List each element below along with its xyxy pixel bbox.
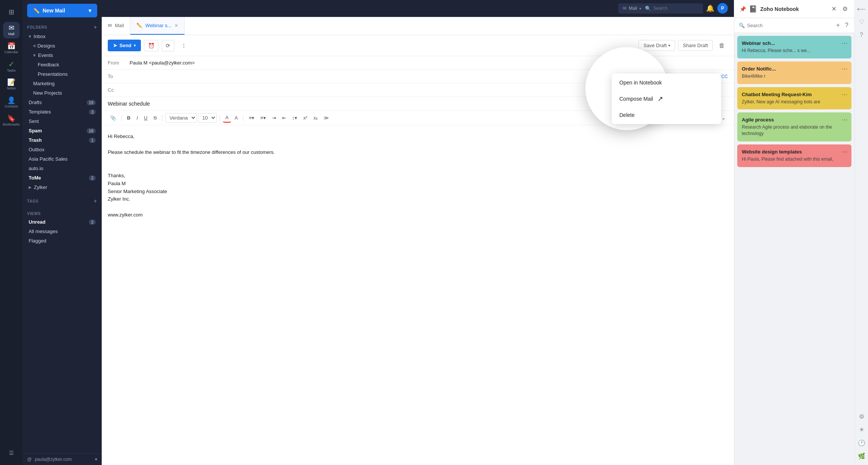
right-help-icon[interactable]: ? [858, 30, 865, 40]
heart-icon[interactable]: ♡ [857, 17, 866, 27]
sidebar-item-inbox[interactable]: ▾ Inbox [24, 32, 100, 41]
sidebar-item-calendar[interactable]: 📅 Calendar [3, 40, 20, 57]
email-body[interactable]: Hi Rebecca, Please schedule the webinar … [102, 125, 734, 465]
sidebar-item-all-messages[interactable]: All messages [24, 227, 100, 236]
events-collapse-icon: ▾ [33, 52, 36, 58]
sidebar-item-sent[interactable]: Sent [24, 117, 100, 126]
more-options-button[interactable]: ⋮ [177, 40, 190, 51]
tab-mail[interactable]: ✉ Mail [102, 17, 130, 35]
highlight-button[interactable]: A [232, 114, 240, 122]
indent-button[interactable]: ⇥ [270, 114, 278, 122]
font-color-button[interactable]: A [223, 113, 231, 123]
sidebar-item-tome[interactable]: ToMe 2 [24, 173, 100, 183]
notebook-search-bar[interactable]: 🔍 + ? [734, 18, 854, 33]
sidebar-item-drafts[interactable]: Drafts 19 [24, 98, 100, 107]
sidebar-item-trash[interactable]: Trash 1 [24, 135, 100, 145]
superscript-button[interactable]: x² [301, 114, 310, 122]
note-card-agile[interactable]: ⋯ Agile process Research Agile process a… [737, 112, 851, 141]
outdent-button[interactable]: ⇤ [280, 114, 289, 122]
list-button[interactable]: ≡▾ [258, 114, 268, 122]
sidebar-item-mail[interactable]: ✉ Mail [3, 22, 20, 38]
align-button[interactable]: ≡▾ [246, 114, 257, 122]
context-open-notebook[interactable]: Open in Notebook [612, 75, 721, 90]
context-compose-mail[interactable]: Compose Mail ↗ [612, 90, 721, 107]
notebook-pin-icon[interactable]: 📌 [740, 6, 746, 12]
template-button[interactable]: ⟳ [162, 40, 174, 51]
sidebar-item-bookmarks[interactable]: 🔖 Bookmarks [3, 112, 20, 129]
sidebar-item-contacts[interactable]: 👤 Contacts [3, 94, 20, 111]
account-chevron-icon: ▾ [95, 457, 97, 462]
clock-icon[interactable]: 🕐 [856, 438, 867, 448]
user-account-area[interactable]: @ paula@zylker.com ▾ [23, 453, 102, 465]
sidebar-item-feedback[interactable]: Feedback [24, 60, 100, 69]
sidebar-item-unread[interactable]: Unread 2 [24, 217, 100, 227]
sidebar-item-grid[interactable]: ⊞ [3, 4, 20, 20]
theme-icon[interactable]: ☀ [857, 425, 866, 435]
send-button[interactable]: ➤ Send ▾ [108, 40, 141, 51]
templates-badge: 3 [89, 109, 96, 115]
notification-bell-icon[interactable]: 🔔 [706, 4, 714, 12]
search-bar[interactable]: ✉ Mail ▾ 🔍 [618, 3, 703, 14]
sidebar-item-notes[interactable]: 📝 Notes [3, 76, 20, 93]
attachment-icon[interactable]: 📎 [108, 114, 118, 122]
notebook-add-button[interactable]: + [835, 21, 841, 29]
sidebar-item-flagged[interactable]: Flagged [24, 236, 100, 246]
font-size-select[interactable]: 10 [198, 113, 217, 123]
note-card-webinar[interactable]: ⋯ Webinar sch... Hi Rebecca, Please sche… [737, 36, 851, 58]
sidebar-item-events[interactable]: ▾ Events [24, 51, 100, 60]
note-menu-agile-icon[interactable]: ⋯ [842, 116, 848, 123]
save-draft-button[interactable]: Save Draft ▾ [639, 40, 675, 51]
note-menu-website-icon[interactable]: ⋯ [842, 148, 848, 155]
from-label: From [108, 60, 127, 66]
note-card-order[interactable]: ⋯ Order Notific... Bike4Mike r [737, 61, 851, 84]
note-menu-order-icon[interactable]: ⋯ [842, 65, 848, 72]
underline-button[interactable]: U [142, 114, 150, 122]
note-preview-webinar: Hi Rebecca, Please sche... s we... [742, 48, 847, 54]
context-delete[interactable]: Delete [612, 107, 721, 123]
sidebar-item-asia-pacific[interactable]: Asia Pacific Sales [24, 154, 100, 164]
tab-webinar[interactable]: ✏️ Webinar s... ✕ [130, 17, 185, 35]
notebook-search-input[interactable] [747, 23, 833, 28]
notebook-help-button[interactable]: ? [844, 21, 850, 29]
italic-button[interactable]: I [134, 114, 140, 122]
settings-icon[interactable]: ⚙ [857, 411, 866, 422]
collapse-icon-btn[interactable]: ☰ [3, 445, 20, 461]
search-scope-icon: ✉ [623, 6, 627, 11]
sidebar-collapse-btn[interactable]: ☰ [3, 445, 20, 461]
more-format-button[interactable]: ≫ [321, 114, 331, 122]
sidebar-item-auto-io[interactable]: auto.io [24, 164, 100, 173]
sidebar-item-tasks[interactable]: ✓ Tasks [3, 58, 20, 75]
add-folder-icon[interactable]: + [94, 24, 97, 30]
sidebar-item-designs[interactable]: < Designs [24, 41, 100, 51]
note-card-chatbot[interactable]: ⋯ Chatbot Meeting Request-Kim Zylker, Ne… [737, 87, 851, 110]
sidebar-item-presentations[interactable]: Presentations [24, 69, 100, 79]
sidebar-item-spam[interactable]: Spam 18 [24, 126, 100, 135]
sidebar-item-marketing[interactable]: Marketing [24, 79, 100, 88]
sidebar-item-new-projects[interactable]: New Projects [24, 88, 100, 98]
note-title-website: Website design templates [742, 149, 847, 155]
body-signature-company: Zylker Inc. [108, 195, 728, 203]
sidebar-item-zylker[interactable]: ▶ Zylker [24, 183, 100, 192]
search-input[interactable] [653, 6, 698, 11]
subscript-button[interactable]: x₂ [311, 114, 320, 122]
user-avatar[interactable]: P [717, 3, 728, 14]
note-menu-chatbot-icon[interactable]: ⋯ [842, 91, 848, 98]
tab-webinar-close-icon[interactable]: ✕ [174, 23, 178, 28]
sidebar-item-templates[interactable]: Templates 3 [24, 107, 100, 117]
font-family-select[interactable]: Verdana [165, 113, 197, 123]
line-spacing-button[interactable]: ↕▾ [290, 114, 300, 122]
note-menu-webinar-icon[interactable]: ⋯ [842, 40, 848, 47]
sidebar-item-outbox[interactable]: Outbox [24, 145, 100, 154]
sidebar-toggle-icon[interactable]: ⟵ [856, 4, 867, 14]
notebook-close-button[interactable]: ✕ [830, 5, 838, 13]
add-tag-icon[interactable]: + [94, 198, 97, 204]
share-draft-button[interactable]: Share Draft [678, 40, 713, 51]
strikethrough-button[interactable]: S [151, 114, 159, 122]
bold-button[interactable]: B [125, 114, 133, 122]
plant-icon[interactable]: 🌿 [856, 451, 867, 461]
new-mail-button[interactable]: ✏️ New Mail ▾ [27, 4, 97, 17]
note-card-website[interactable]: ⋯ Website design templates Hi Paula, Ple… [737, 144, 851, 167]
delete-compose-button[interactable]: 🗑 [716, 41, 728, 51]
schedule-send-button[interactable]: ⏰ [144, 40, 159, 51]
notebook-settings-button[interactable]: ⚙ [841, 5, 849, 13]
